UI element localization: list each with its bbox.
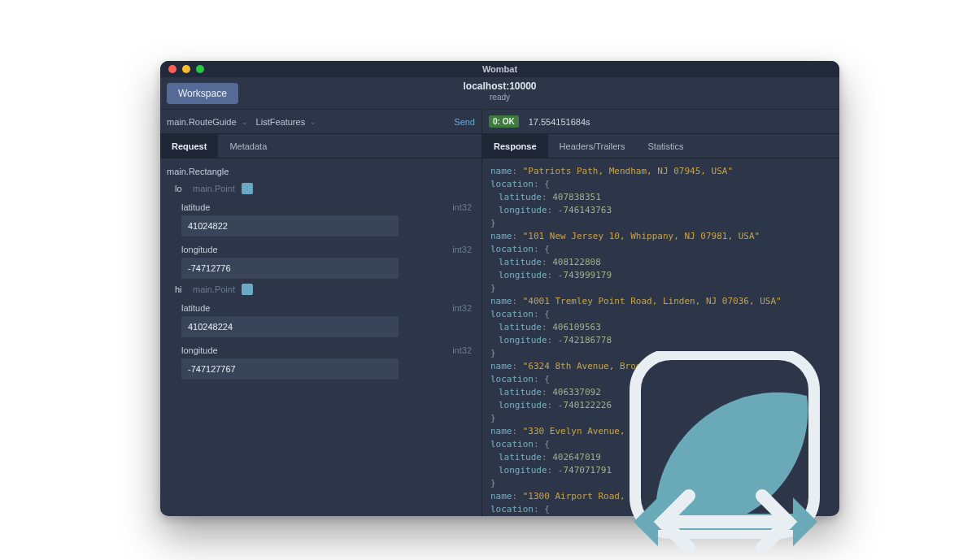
tab-statistics[interactable]: Statistics bbox=[636, 134, 695, 158]
send-button[interactable]: Send bbox=[454, 117, 475, 127]
field-lo-toggle[interactable] bbox=[242, 183, 253, 194]
right-tabs: Response Headers/Trailers Statistics bbox=[482, 134, 839, 158]
field-hi-type: main.Point bbox=[193, 284, 235, 294]
lo-lat-input[interactable] bbox=[181, 215, 399, 237]
app-title: Wombat bbox=[482, 64, 517, 74]
hi-lat-label: latitude bbox=[181, 303, 210, 313]
field-hi-label: hi bbox=[175, 284, 186, 294]
tab-response[interactable]: Response bbox=[482, 134, 548, 158]
field-hi-header: hi main.Point bbox=[175, 284, 475, 295]
lo-lon-label: longitude bbox=[181, 245, 218, 254]
response-statusbar: 0: OK 17.554151684s bbox=[482, 110, 839, 134]
service-name: main.RouteGuide bbox=[167, 117, 237, 127]
hi-lat-type: int32 bbox=[452, 303, 472, 313]
lo-lat-type: int32 bbox=[452, 202, 472, 212]
workspace-button[interactable]: Workspace bbox=[167, 83, 238, 104]
close-icon[interactable] bbox=[168, 65, 176, 73]
status-badge: 0: OK bbox=[489, 115, 519, 128]
hi-lat-input[interactable] bbox=[181, 316, 399, 337]
header: Workspace localhost:10000 ready bbox=[160, 77, 839, 110]
chevron-down-icon: ⌄ bbox=[242, 118, 248, 126]
service-selector[interactable]: main.RouteGuide ⌄ bbox=[167, 117, 248, 127]
address-block: localhost:10000 ready bbox=[160, 80, 839, 102]
app-window: Wombat Workspace localhost:10000 ready m… bbox=[160, 61, 839, 516]
field-lo-header: lo main.Point bbox=[175, 183, 475, 194]
method-selector[interactable]: ListFeatures ⌄ bbox=[256, 117, 317, 127]
minimize-icon[interactable] bbox=[182, 65, 190, 73]
response-body[interactable]: name: "Patriots Path, Mendham, NJ 07945,… bbox=[482, 158, 839, 516]
svg-rect-4 bbox=[655, 514, 796, 530]
request-body: main.Rectangle lo main.Point latitude in… bbox=[160, 158, 481, 516]
response-pane: 0: OK 17.554151684s Response Headers/Tra… bbox=[482, 110, 839, 516]
server-address: localhost:10000 bbox=[160, 80, 839, 92]
server-status: ready bbox=[160, 93, 839, 102]
tab-request[interactable]: Request bbox=[160, 134, 218, 158]
message-type: main.Rectangle bbox=[167, 167, 475, 176]
method-name: ListFeatures bbox=[256, 117, 306, 127]
left-tabs: Request Metadata bbox=[160, 134, 481, 158]
chevron-down-icon: ⌄ bbox=[310, 118, 316, 126]
traffic-lights bbox=[168, 65, 204, 73]
zoom-icon[interactable] bbox=[196, 65, 204, 73]
field-lo-type: main.Point bbox=[193, 184, 235, 193]
field-lo-label: lo bbox=[175, 184, 186, 193]
hi-lon-type: int32 bbox=[452, 345, 472, 355]
hi-lon-label: longitude bbox=[181, 345, 218, 355]
lo-lon-type: int32 bbox=[452, 245, 472, 254]
request-toolbar: main.RouteGuide ⌄ ListFeatures ⌄ Send bbox=[160, 110, 481, 134]
request-pane: main.RouteGuide ⌄ ListFeatures ⌄ Send Re… bbox=[160, 110, 482, 516]
hi-lon-input[interactable] bbox=[181, 358, 399, 380]
lo-lon-input[interactable] bbox=[181, 258, 399, 279]
lo-lat-label: latitude bbox=[181, 202, 210, 212]
tab-headers[interactable]: Headers/Trailers bbox=[548, 134, 637, 158]
titlebar: Wombat bbox=[160, 61, 839, 77]
response-timing: 17.554151684s bbox=[529, 117, 590, 127]
field-hi-toggle[interactable] bbox=[242, 284, 253, 295]
tab-metadata[interactable]: Metadata bbox=[218, 134, 278, 158]
